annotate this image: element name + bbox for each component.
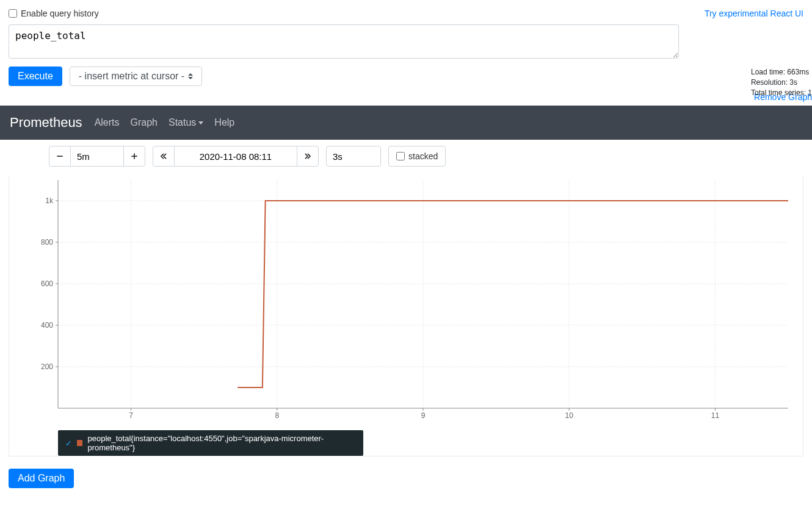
graph-container: 2004006008001k7891011 ✓ people_total{ins…: [9, 176, 803, 456]
stacked-toggle[interactable]: stacked: [388, 146, 446, 167]
chevron-down-icon: [198, 121, 203, 124]
metric-select-label: - insert metric at cursor -: [79, 71, 184, 82]
minus-icon: [56, 152, 64, 160]
double-chevron-left-icon: [159, 152, 168, 160]
svg-text:8: 8: [275, 411, 279, 420]
nav-graph[interactable]: Graph: [131, 117, 158, 128]
add-graph-button[interactable]: Add Graph: [9, 469, 74, 488]
svg-text:400: 400: [41, 321, 53, 330]
react-ui-link[interactable]: Try experimental React UI: [705, 9, 803, 18]
stacked-label: stacked: [408, 151, 438, 161]
nav-status-label: Status: [169, 117, 196, 128]
svg-text:1k: 1k: [45, 196, 54, 205]
query-stats: Load time: 663ms Resolution: 3s Total ti…: [751, 67, 812, 98]
stat-resolution: Resolution: 3s: [751, 77, 812, 88]
select-caret-icon: [188, 73, 193, 79]
enable-history-label: Enable query history: [21, 9, 99, 18]
range-increase-button[interactable]: [123, 146, 145, 167]
legend-swatch: [77, 440, 82, 446]
range-input[interactable]: [71, 146, 123, 167]
resolution-input[interactable]: [326, 146, 381, 167]
nav-status[interactable]: Status: [169, 117, 203, 128]
stat-load-time: Load time: 663ms: [751, 67, 812, 77]
query-input[interactable]: people_total: [9, 24, 679, 59]
nav-help[interactable]: Help: [214, 117, 234, 128]
plus-icon: [130, 152, 139, 160]
metric-select[interactable]: - insert metric at cursor -: [70, 67, 202, 86]
legend[interactable]: ✓ people_total{instance="localhost:4550"…: [58, 430, 363, 456]
svg-rect-0: [57, 156, 62, 157]
legend-text: people_total{instance="localhost:4550",j…: [87, 434, 356, 452]
range-group: [49, 146, 145, 167]
svg-text:200: 200: [41, 362, 53, 371]
range-decrease-button[interactable]: [49, 146, 71, 167]
enable-history-checkbox-input[interactable]: [9, 9, 17, 18]
graph-controls: stacked: [49, 146, 812, 167]
time-back-button[interactable]: [153, 146, 175, 167]
enable-history-checkbox[interactable]: Enable query history: [9, 9, 99, 18]
time-input[interactable]: [175, 146, 297, 167]
execute-button[interactable]: Execute: [9, 67, 62, 86]
time-forward-button[interactable]: [297, 146, 319, 167]
check-icon: ✓: [65, 439, 72, 448]
svg-text:11: 11: [711, 411, 720, 420]
navbar: Prometheus Alerts Graph Status Help: [0, 106, 812, 140]
double-chevron-right-icon: [303, 152, 312, 160]
stat-series: Total time series: 1: [751, 88, 812, 98]
brand: Prometheus: [10, 115, 82, 131]
nav-alerts[interactable]: Alerts: [95, 117, 120, 128]
chart-area: 2004006008001k7891011: [18, 176, 794, 427]
svg-text:800: 800: [41, 238, 53, 247]
svg-rect-2: [131, 156, 137, 157]
svg-text:9: 9: [421, 411, 426, 420]
svg-text:600: 600: [41, 279, 53, 288]
time-group: [153, 146, 319, 167]
svg-text:7: 7: [129, 411, 133, 420]
chart-svg: 2004006008001k7891011: [18, 176, 794, 427]
stacked-checkbox-input[interactable]: [396, 152, 405, 160]
svg-text:10: 10: [565, 411, 574, 420]
